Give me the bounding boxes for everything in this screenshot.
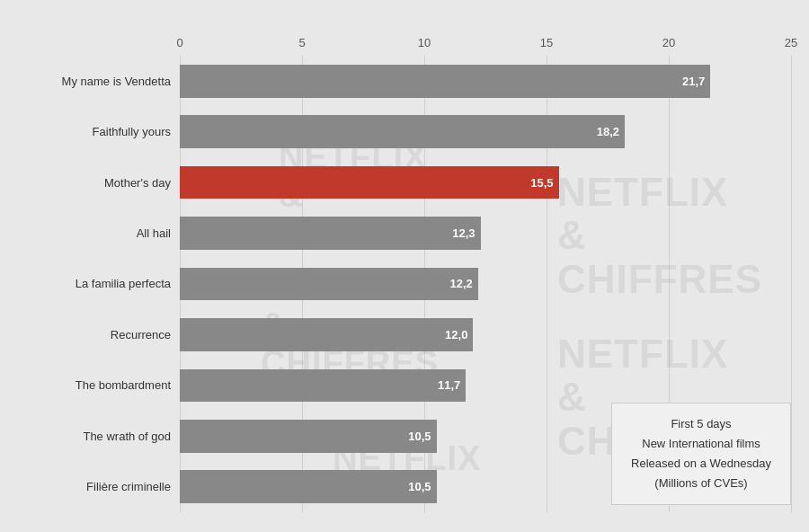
bar-label: Filière criminelle — [13, 480, 171, 493]
bar-row: Recurrence12,0 — [180, 309, 791, 359]
bar-label: The wrath of god — [13, 430, 171, 443]
bar: 15,5 — [180, 166, 559, 200]
bar-row: All hail12,3 — [180, 208, 791, 258]
grid-line — [791, 56, 792, 512]
bar-row: Mother's day15,5 — [180, 157, 791, 208]
bar: 11,7 — [180, 369, 466, 403]
x-axis: 0510152025 — [180, 36, 791, 56]
bar-label: Faithfully yours — [13, 125, 171, 138]
bar: 12,3 — [180, 217, 481, 250]
bar-label: My name is Vendetta — [13, 75, 171, 88]
x-tick-label: 25 — [785, 36, 797, 49]
bar-label: The bombardment — [13, 378, 171, 392]
bar-label: Recurrence — [13, 328, 171, 341]
legend-line1: First 5 days — [627, 414, 776, 434]
bar-label: Mother's day — [13, 176, 171, 190]
legend-line2: New International films — [627, 434, 776, 454]
x-tick-label: 20 — [662, 36, 675, 49]
bar-wrapper: 18,2 — [180, 115, 791, 149]
bar-row: La familia perfecta12,2 — [180, 259, 791, 309]
chart-container: NETFLIX&CHIFFRES NETFLIX&CHIFFRES NETFLI… — [0, 0, 809, 532]
bar-wrapper: 21,7 — [180, 64, 791, 98]
bar: 12,0 — [180, 318, 473, 351]
bar-wrapper: 12,0 — [180, 317, 791, 351]
legend-box: First 5 days New International films Rel… — [611, 403, 791, 505]
bar-label: La familia perfecta — [13, 277, 171, 290]
bar-label: All hail — [13, 226, 171, 240]
bar-wrapper: 12,3 — [180, 217, 791, 251]
x-tick-label: 15 — [540, 36, 553, 49]
bar: 10,5 — [180, 470, 437, 503]
bar-row: My name is Vendetta21,7 — [180, 56, 791, 106]
x-tick-label: 10 — [418, 36, 431, 49]
bar: 21,7 — [180, 65, 710, 98]
bar-wrapper: 11,7 — [180, 368, 791, 403]
legend-line4: (Millions of CVEs) — [627, 474, 776, 493]
bar: 18,2 — [180, 115, 625, 148]
bar: 10,5 — [180, 420, 437, 453]
x-tick-label: 5 — [298, 36, 305, 49]
bar: 12,2 — [180, 268, 478, 301]
bar-row: Faithfully yours18,2 — [180, 106, 791, 156]
bar-wrapper: 15,5 — [180, 165, 791, 200]
x-tick-label: 0 — [176, 36, 182, 49]
bar-wrapper: 12,2 — [180, 267, 791, 301]
legend-line3: Released on a Wednesday — [627, 454, 776, 474]
